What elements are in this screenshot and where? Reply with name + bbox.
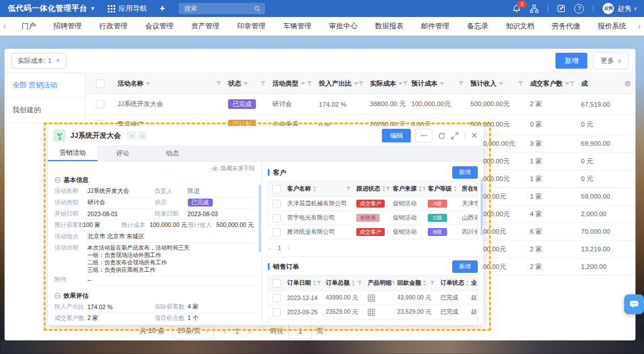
col-order-date[interactable]: 订单日期 bbox=[287, 279, 311, 287]
prev-page-button[interactable]: ‹ bbox=[223, 326, 226, 336]
sort-icon[interactable] bbox=[382, 186, 386, 192]
tab-comments[interactable]: 评论 bbox=[98, 145, 148, 161]
sidebar-item-created-by-me[interactable]: 我创建的 bbox=[5, 98, 85, 123]
refresh-button[interactable] bbox=[438, 132, 445, 140]
filter-funnel-icon[interactable] bbox=[260, 81, 266, 86]
col-order-status[interactable]: 订单状态 bbox=[440, 279, 464, 287]
col-deal-amount[interactable]: 成 bbox=[581, 79, 588, 88]
scrollbar[interactable] bbox=[481, 179, 483, 235]
customer-row[interactable]: 雷宇电光有限公司 未联系 促销活动 C级 山西省 bbox=[268, 211, 477, 225]
help-button[interactable]: ? bbox=[574, 4, 584, 14]
customer-row[interactable]: 雅诗纸业有限公司 成交客户 促销活动 B级 四川省 bbox=[268, 225, 477, 239]
filter-funnel-icon[interactable] bbox=[317, 281, 321, 285]
col-customer-source[interactable]: 客户来源 bbox=[393, 185, 416, 193]
filter-funnel-icon[interactable] bbox=[216, 81, 221, 86]
nav-item[interactable]: 知识文档 bbox=[501, 19, 540, 33]
filter-tag[interactable]: 实际成本: 1 × bbox=[11, 53, 66, 69]
filter-funnel-icon[interactable] bbox=[359, 81, 364, 86]
col-deal-customers[interactable]: 成交客户数 bbox=[530, 79, 563, 88]
app-launcher[interactable]: 应用导航 bbox=[108, 4, 147, 14]
col-planned-cost[interactable]: 预计成本 bbox=[411, 79, 437, 88]
filter-funnel-icon[interactable] bbox=[458, 81, 464, 86]
sort-caret-icon[interactable] bbox=[146, 82, 150, 85]
sort-caret-icon[interactable] bbox=[301, 82, 305, 85]
order-row[interactable]: 2023-12-14 43990.00 元 43,990.00 元 已完成 赵 bbox=[268, 291, 477, 305]
nav-item[interactable]: 审批中心 bbox=[324, 19, 363, 33]
current-page[interactable]: 1 bbox=[278, 245, 281, 251]
sort-icon[interactable] bbox=[453, 186, 457, 192]
nav-item[interactable]: 车辆管理 bbox=[278, 19, 317, 33]
filter-funnel-icon[interactable] bbox=[346, 187, 351, 191]
hide-empty-toggle[interactable]: 隐藏未填字段 bbox=[54, 164, 255, 173]
filter-funnel-icon[interactable] bbox=[386, 187, 390, 191]
tab-marketing-activity[interactable]: 营销活动 bbox=[48, 145, 98, 161]
sort-icon[interactable] bbox=[313, 280, 317, 286]
nav-item[interactable]: 门户 bbox=[16, 19, 41, 33]
nav-item[interactable]: 邮件管理 bbox=[416, 19, 454, 33]
customer-name[interactable]: 天津晨霞机械有限公司 bbox=[284, 200, 353, 208]
sort-caret-icon[interactable] bbox=[398, 82, 403, 85]
brand-title[interactable]: 低代码一体化管理平台 bbox=[8, 3, 87, 14]
more-actions-button[interactable] bbox=[415, 129, 432, 142]
nav-item[interactable]: 资产管理 bbox=[186, 19, 225, 33]
edit-button[interactable]: 编辑 bbox=[382, 129, 411, 142]
sort-caret-icon[interactable] bbox=[354, 82, 359, 85]
filter-funnel-icon[interactable] bbox=[357, 281, 362, 285]
select-all-checkbox[interactable] bbox=[272, 185, 281, 193]
col-salesman[interactable]: 业 bbox=[471, 279, 477, 287]
cell-activity-name[interactable]: JJ系统开发大会 bbox=[114, 100, 225, 108]
nav-scroll-right[interactable]: › bbox=[635, 22, 644, 31]
filter-funnel-icon[interactable] bbox=[403, 81, 408, 86]
row-checkbox[interactable] bbox=[96, 100, 104, 108]
col-expected-income[interactable]: 预计收入 bbox=[470, 79, 496, 88]
product-detail-icon[interactable] bbox=[368, 294, 375, 302]
add-order-button[interactable]: 新增 bbox=[452, 260, 478, 273]
nav-item[interactable]: 会议管理 bbox=[140, 19, 179, 33]
nav-item[interactable]: 备忘录 bbox=[462, 19, 494, 33]
nav-item[interactable]: 招聘管理 bbox=[48, 19, 87, 33]
filter-funnel-icon[interactable] bbox=[307, 81, 312, 86]
nav-item[interactable]: 行政管理 bbox=[94, 19, 133, 33]
current-page[interactable]: 1 bbox=[235, 327, 239, 335]
sort-caret-icon[interactable] bbox=[565, 82, 570, 85]
next-record-button[interactable]: › bbox=[138, 131, 147, 140]
nav-scroll-left[interactable]: ‹ bbox=[0, 22, 9, 31]
brand-caret-icon[interactable]: ▼ bbox=[90, 6, 95, 11]
col-customer-level[interactable]: 客户等级 bbox=[428, 185, 452, 193]
col-order-total[interactable]: 订单总额 bbox=[326, 279, 350, 287]
user-name[interactable]: 赵隽 bbox=[617, 4, 631, 14]
col-customer-name[interactable]: 客户名称 bbox=[287, 185, 311, 193]
sort-icon[interactable] bbox=[313, 186, 317, 192]
search-input[interactable] bbox=[183, 5, 254, 12]
row-checkbox[interactable] bbox=[272, 294, 281, 302]
owner-link[interactable]: 陈进 bbox=[188, 186, 255, 197]
customer-name[interactable]: 雅诗纸业有限公司 bbox=[284, 228, 353, 236]
row-checkbox[interactable] bbox=[272, 200, 281, 208]
fullscreen-button[interactable] bbox=[451, 132, 458, 140]
customer-row[interactable]: 天津晨霞机械有限公司 成交客户 促销活动 A级 天津市 bbox=[268, 197, 477, 211]
filter-tag-close-icon[interactable]: × bbox=[56, 57, 60, 65]
select-all-checkbox[interactable] bbox=[272, 279, 281, 288]
sidebar-item-all-activities[interactable]: 全部 营销活动 bbox=[5, 73, 85, 98]
row-checkbox[interactable] bbox=[272, 308, 281, 317]
row-checkbox[interactable] bbox=[272, 228, 281, 237]
chat-button[interactable] bbox=[624, 294, 644, 314]
col-follow-status[interactable]: 跟进状态 bbox=[356, 185, 380, 193]
avatar[interactable]: 赵隽 bbox=[603, 3, 614, 14]
goto-page-input[interactable] bbox=[288, 323, 312, 339]
add-app-button[interactable]: + bbox=[159, 3, 165, 14]
close-icon[interactable]: ✕ bbox=[470, 130, 478, 141]
col-roi[interactable]: 投入产出比 bbox=[319, 79, 352, 88]
notification-button[interactable]: 2 bbox=[512, 5, 521, 13]
nav-item[interactable]: 劳务代缴 bbox=[547, 19, 586, 33]
scrollbar[interactable] bbox=[259, 184, 261, 252]
user-menu-caret-icon[interactable]: ∨ bbox=[633, 6, 637, 11]
col-activity-name[interactable]: 活动名称 bbox=[117, 79, 144, 88]
page-size-select[interactable]: 20条/页 ∨ bbox=[172, 323, 214, 339]
compose-button[interactable] bbox=[557, 5, 565, 12]
col-product-detail[interactable]: 产品明细 bbox=[368, 279, 392, 287]
filter-funnel-icon[interactable] bbox=[570, 81, 575, 86]
filter-funnel-icon[interactable] bbox=[430, 281, 435, 285]
col-activity-type[interactable]: 活动类型 bbox=[272, 79, 298, 88]
add-customer-button[interactable]: 新增 bbox=[452, 166, 478, 179]
